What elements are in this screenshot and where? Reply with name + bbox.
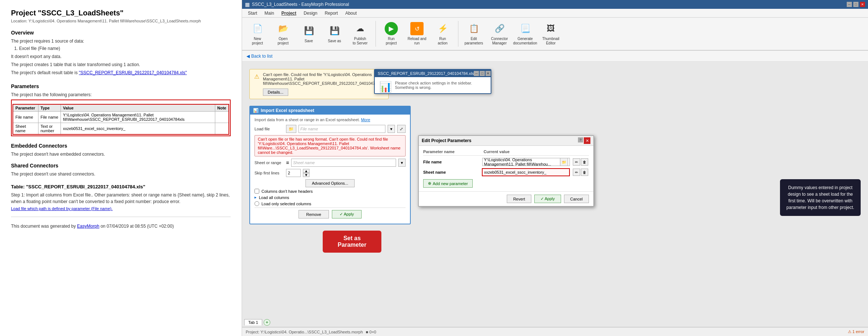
reload-run-label: Reload and run bbox=[406, 37, 428, 46]
xls-icon: 📊 bbox=[379, 81, 392, 93]
menu-about[interactable]: About bbox=[342, 10, 359, 17]
cell-param-value: Y:\Logistics\04. Operations Management\1… bbox=[61, 112, 215, 123]
tooltip-text: Dummy values entered in project design t… bbox=[787, 185, 854, 210]
connector-mgr-icon: 🔗 bbox=[493, 22, 506, 35]
advanced-options-button[interactable]: Advanced Options... bbox=[305, 179, 354, 187]
run-project-icon: ▶ bbox=[385, 22, 398, 35]
apply-button[interactable]: ✓ Apply bbox=[332, 210, 362, 218]
ep-edit-sheet-btn[interactable]: ✏ bbox=[573, 169, 580, 176]
thumbnail-editor-label: Thumbnail Editor bbox=[540, 37, 561, 46]
ep-help-btn[interactable]: ? bbox=[578, 137, 583, 142]
menu-start[interactable]: Start bbox=[245, 10, 260, 17]
thumbnail-editor-button[interactable]: 🖼 Thumbnail Editor bbox=[539, 19, 563, 48]
reload-run-button[interactable]: ↺ Reload and run bbox=[405, 19, 429, 48]
add-param-button[interactable]: ⊕ Add new parameter bbox=[423, 179, 473, 188]
skip-up-btn[interactable]: ▲ bbox=[303, 169, 310, 173]
ep-edit-file-btn[interactable]: ✏ bbox=[573, 158, 580, 166]
cell-param-note bbox=[215, 112, 229, 123]
canvas-area: ⚠ Can't open file. Could not find file '… bbox=[242, 62, 868, 318]
action-footer: Remove ✓ Apply bbox=[254, 207, 406, 221]
status-size-text: ■ 0×0 bbox=[366, 330, 376, 334]
ep-del-sheet-btn[interactable]: 🗑 bbox=[581, 169, 588, 176]
generate-doc-label: Generatedocumentation bbox=[513, 37, 537, 46]
action-header: 📊 Import Excel spreadsheet bbox=[250, 106, 410, 115]
load-selected-radio[interactable] bbox=[254, 201, 259, 206]
sheet-icon: ≡ bbox=[286, 160, 289, 166]
ep-revert-btn[interactable]: Revert bbox=[507, 195, 531, 203]
file-name-input[interactable] bbox=[299, 125, 385, 133]
no-header-label: Columns don't have headers bbox=[261, 189, 313, 194]
save-as-button[interactable]: 💾 Save as bbox=[323, 19, 346, 48]
details-button[interactable]: Details... bbox=[263, 88, 288, 96]
skip-input[interactable] bbox=[286, 169, 301, 177]
load-selected-label: Load only selected columns bbox=[261, 202, 311, 206]
ep-col-value: Current value bbox=[484, 149, 570, 154]
cell-param-type: File name bbox=[38, 112, 61, 123]
folder-icon-btn[interactable]: 📁 bbox=[286, 125, 296, 133]
run-action-button[interactable]: ⚡ Runaction bbox=[431, 19, 454, 48]
back-to-list-button[interactable]: ◀ Back to list bbox=[246, 54, 272, 59]
xls-minimize-btn[interactable]: ─ bbox=[474, 71, 479, 76]
add-tab-button[interactable]: + bbox=[264, 319, 270, 326]
menu-project[interactable]: Project bbox=[278, 10, 299, 17]
sheet-dropdown-btn[interactable]: ▼ bbox=[398, 159, 406, 167]
menu-report[interactable]: Report bbox=[322, 10, 341, 17]
ep-col-name: Parameter name bbox=[423, 149, 481, 154]
action-block: 📊 Import Excel spreadsheet Import data f… bbox=[249, 106, 411, 224]
ep-browse-file-btn[interactable]: 📁 bbox=[560, 158, 568, 166]
no-header-checkbox[interactable] bbox=[254, 189, 259, 194]
expand-icon: ▸ bbox=[254, 195, 257, 200]
sheet-input[interactable] bbox=[291, 159, 396, 167]
ep-value-text-file: Y:\Logistics\04. Operations Management\1… bbox=[484, 158, 560, 166]
publish-icon: ☁ bbox=[354, 22, 367, 35]
project-title: Project "SSCC_L3_LoadSheets" bbox=[11, 9, 231, 17]
edit-params-button[interactable]: 📋 Editparameters bbox=[462, 19, 486, 48]
overview-list-item: Excel file (File name) bbox=[19, 46, 231, 51]
save-as-label: Save as bbox=[328, 39, 341, 43]
generate-doc-button[interactable]: 📃 Generatedocumentation bbox=[513, 19, 537, 48]
connector-mgr-button[interactable]: 🔗 Connector Manager bbox=[488, 19, 511, 48]
table-row: File name File name Y:\Logistics\04. Ope… bbox=[13, 112, 229, 123]
skip-down-btn[interactable]: ▼ bbox=[303, 173, 310, 177]
ep-action-btns-file: ✏ 🗑 bbox=[573, 158, 589, 166]
ep-footer: Revert ✓ Apply Cancel bbox=[419, 191, 593, 206]
menu-main[interactable]: Main bbox=[261, 10, 277, 17]
ribbon-separator-2 bbox=[458, 21, 458, 47]
reload-run-icon: ↺ bbox=[410, 22, 424, 35]
ep-close-btn[interactable]: ✕ bbox=[584, 137, 590, 144]
edit-params-label: Editparameters bbox=[465, 37, 483, 46]
xls-maximize-btn[interactable]: □ bbox=[480, 71, 485, 76]
add-param-label: Add new parameter bbox=[433, 181, 468, 186]
xls-dialog: SSCC_REPORT_ESRUBI_29122017_040104784.xl… bbox=[374, 69, 491, 94]
run-project-button[interactable]: ▶ Runproject bbox=[380, 19, 403, 48]
menu-design[interactable]: Design bbox=[301, 10, 320, 17]
ribbon-separator bbox=[376, 21, 376, 47]
xls-close-btn[interactable]: ✕ bbox=[486, 71, 491, 76]
status-project-text: Project: Y:\Logistics\04. Operatio...\SS… bbox=[246, 330, 363, 334]
remove-button[interactable]: Remove bbox=[299, 210, 329, 218]
step-link[interactable]: Load file which path is defined by param… bbox=[11, 206, 231, 211]
ep-cancel-btn[interactable]: Cancel bbox=[564, 195, 589, 203]
publish-button[interactable]: ☁ Publishto Server bbox=[348, 19, 372, 48]
more-link[interactable]: More bbox=[361, 118, 370, 122]
skip-label: Skip first lines bbox=[254, 171, 284, 175]
save-button[interactable]: 💾 Save bbox=[297, 19, 321, 48]
load-all-label: Load all columns bbox=[259, 195, 289, 200]
action-title: Import Excel spreadsheet bbox=[261, 108, 314, 113]
minimize-button[interactable]: ─ bbox=[847, 2, 852, 7]
maximize-button[interactable]: □ bbox=[853, 2, 858, 7]
ep-del-file-btn[interactable]: 🗑 bbox=[581, 158, 588, 166]
skip-spinners: ▲ ▼ bbox=[303, 169, 310, 177]
easymorphlink[interactable]: EasyMorph bbox=[77, 224, 99, 229]
new-project-button[interactable]: 📄 Newproject bbox=[246, 19, 269, 48]
open-project-button[interactable]: 📂 Openproject bbox=[271, 19, 295, 48]
overview-p3: The project creates 1 table that is late… bbox=[11, 61, 231, 68]
ep-apply-btn[interactable]: ✓ Apply bbox=[534, 195, 561, 203]
close-button[interactable]: ✕ bbox=[860, 2, 865, 7]
file-dropdown-btn[interactable]: ▼ bbox=[388, 125, 395, 133]
result-table-link[interactable]: "SSCC_REPORT_ESRUBI_29122017_040104784.x… bbox=[79, 70, 187, 75]
tab-1[interactable]: Tab 1 bbox=[244, 319, 262, 325]
status-bar: Project: Y:\Logistics\04. Operatio...\SS… bbox=[242, 327, 868, 336]
file-expand-btn[interactable]: ⤢ bbox=[397, 125, 406, 133]
load-file-row: Load file 📁 ▼ ⤢ bbox=[254, 125, 406, 133]
